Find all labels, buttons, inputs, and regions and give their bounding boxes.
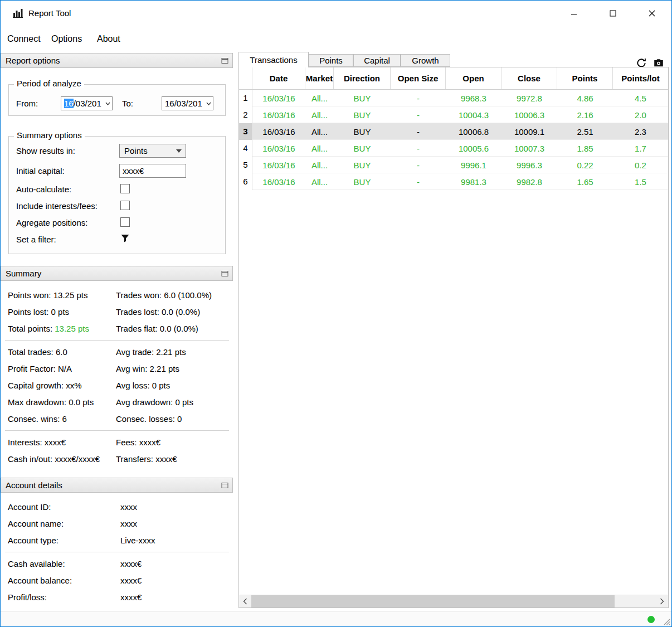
table-row[interactable]: 5 16/03/16 All... BUY - 9996.1 9996.3 0.… — [239, 157, 668, 173]
row-number: 1 — [239, 90, 252, 106]
maximize-icon — [610, 10, 616, 17]
cell-open-size: - — [391, 177, 446, 187]
cell-date: 16/03/16 — [252, 161, 305, 170]
cell-points: 0.22 — [557, 161, 613, 170]
account-line: Account type: Live-xxxx — [1, 532, 233, 549]
consec-wins: Consec. wins: 6 — [8, 411, 67, 427]
cell-close: 10009.1 — [501, 127, 557, 137]
scrollbar-thumb[interactable] — [251, 595, 615, 607]
period-legend: Period of analyze — [14, 79, 84, 88]
trades-lost: Trades lost: 0.0 (0.0%) — [116, 304, 200, 320]
menu-connect[interactable]: Connect — [2, 26, 46, 52]
cell-points-lot: 0.2 — [613, 161, 668, 170]
table-row[interactable]: 1 16/03/16 All... BUY - 9968.3 9972.8 4.… — [239, 90, 668, 106]
row-number: 4 — [239, 140, 252, 157]
report-options-panel-header[interactable]: Report options — [1, 53, 233, 68]
cash-in-out: Cash in/out: xxxx€/xxxx€ — [8, 451, 100, 468]
account-id-value: xxxx — [120, 499, 137, 516]
agregate-positions-checkbox[interactable] — [120, 217, 130, 227]
transfers: Transfers: xxxx€ — [116, 451, 177, 468]
minimize-icon — [571, 10, 577, 17]
column-header-close[interactable]: Close — [501, 67, 557, 89]
column-header-open-size[interactable]: Open Size — [391, 67, 446, 89]
table-row[interactable]: 4 16/03/16 All... BUY - 10005.6 10007.3 … — [239, 140, 668, 157]
column-header-direction[interactable]: Direction — [334, 67, 391, 89]
column-header-open[interactable]: Open — [446, 67, 501, 89]
maximize-button[interactable] — [593, 1, 632, 26]
panel-title: Summary — [6, 269, 41, 278]
auto-calculate-checkbox[interactable] — [120, 184, 130, 193]
initial-capital-input[interactable] — [119, 164, 186, 178]
cell-points-lot: 1.7 — [613, 144, 668, 153]
to-date-select[interactable]: 16/03/201 — [162, 96, 213, 110]
column-header-market[interactable]: Market — [305, 67, 334, 89]
scroll-right-arrow[interactable] — [656, 595, 668, 607]
float-panel-button[interactable] — [221, 482, 229, 489]
menu-about[interactable]: About — [91, 26, 126, 52]
cell-date: 16/03/16 — [252, 110, 305, 120]
include-interests-checkbox[interactable] — [120, 201, 130, 210]
cell-close: 9972.8 — [501, 94, 557, 103]
close-button[interactable] — [632, 1, 671, 26]
cash-available-label: Cash available: — [8, 556, 65, 572]
cell-direction: BUY — [334, 94, 391, 103]
show-results-label: Show results in: — [16, 143, 75, 159]
cell-date: 16/03/16 — [252, 127, 305, 137]
account-line: Account name: xxxx — [1, 516, 233, 532]
summary-line: Profit Factor: N/A Avg win: 2.21 pts — [1, 361, 233, 377]
cell-close: 10006.3 — [501, 110, 557, 120]
resize-grip[interactable] — [663, 618, 670, 625]
summary-line: Total trades: 6.0 Avg trade: 2.21 pts — [1, 344, 233, 361]
table-row-selected[interactable]: 3 16/03/16 All... BUY - 10006.8 10009.1 … — [239, 123, 668, 140]
table-row[interactable]: 2 16/03/16 All... BUY - 10004.3 10006.3 … — [239, 106, 668, 123]
separator — [5, 430, 229, 431]
to-date-value: 16/03/201 — [165, 99, 202, 108]
cell-open: 10004.3 — [446, 110, 501, 120]
cell-direction: BUY — [334, 144, 391, 153]
float-panel-button[interactable] — [221, 270, 229, 277]
row-number: 2 — [239, 106, 252, 123]
float-panel-button[interactable] — [221, 57, 229, 64]
avg-trade: Avg trade: 2.21 pts — [116, 344, 186, 361]
account-details-panel-header[interactable]: Account details — [1, 478, 233, 493]
chevron-down-icon — [204, 102, 213, 105]
cell-points-lot: 2.0 — [613, 110, 668, 120]
tab-transactions[interactable]: Transactions — [238, 52, 309, 67]
scroll-left-arrow[interactable] — [239, 595, 251, 607]
cell-date: 16/03/16 — [252, 144, 305, 153]
tab-points[interactable]: Points — [309, 54, 353, 67]
title-bar[interactable]: Report Tool — [1, 1, 671, 26]
tab-capital[interactable]: Capital — [353, 54, 401, 67]
row-number-header — [239, 67, 252, 89]
column-header-points[interactable]: Points — [557, 67, 613, 89]
menu-options[interactable]: Options — [46, 26, 87, 52]
connection-status-indicator — [647, 616, 655, 623]
column-header-date[interactable]: Date — [252, 67, 305, 89]
from-date-select[interactable]: 16/03/201 — [61, 96, 113, 110]
chevron-down-icon — [103, 102, 112, 105]
table-row[interactable]: 6 16/03/16 All... BUY - 9981.3 9982.8 1.… — [239, 173, 668, 190]
tab-growth[interactable]: Growth — [401, 54, 450, 67]
show-results-select[interactable]: Points — [119, 144, 186, 158]
minimize-button[interactable] — [554, 1, 593, 26]
horizontal-scrollbar[interactable] — [239, 595, 668, 607]
account-type-label: Account type: — [8, 532, 59, 549]
cell-open: 10005.6 — [446, 144, 501, 153]
summary-line: Interests: xxxx€ Fees: xxxx€ — [1, 434, 233, 451]
cell-open-size: - — [391, 127, 446, 137]
cell-points-lot: 4.5 — [613, 94, 668, 103]
account-line: Cash available: xxxx€ — [1, 556, 233, 572]
column-header-points-lot[interactable]: Points/lot — [613, 67, 668, 89]
cell-points-lot: 1.5 — [613, 177, 668, 187]
cell-close: 10007.3 — [501, 144, 557, 153]
account-name-value: xxxx — [120, 516, 137, 532]
filter-icon[interactable] — [120, 234, 130, 243]
cell-market: All... — [305, 94, 334, 103]
max-drawdown: Max drawdown: 0.0 pts — [8, 394, 94, 411]
cell-market: All... — [305, 161, 334, 170]
cell-close: 9996.3 — [501, 161, 557, 170]
cash-available-value: xxxx€ — [120, 556, 142, 572]
summary-panel-header[interactable]: Summary — [1, 266, 233, 281]
include-interests-label: Include interests/fees: — [16, 198, 98, 215]
points-lost: Points lost: 0 pts — [8, 304, 69, 320]
